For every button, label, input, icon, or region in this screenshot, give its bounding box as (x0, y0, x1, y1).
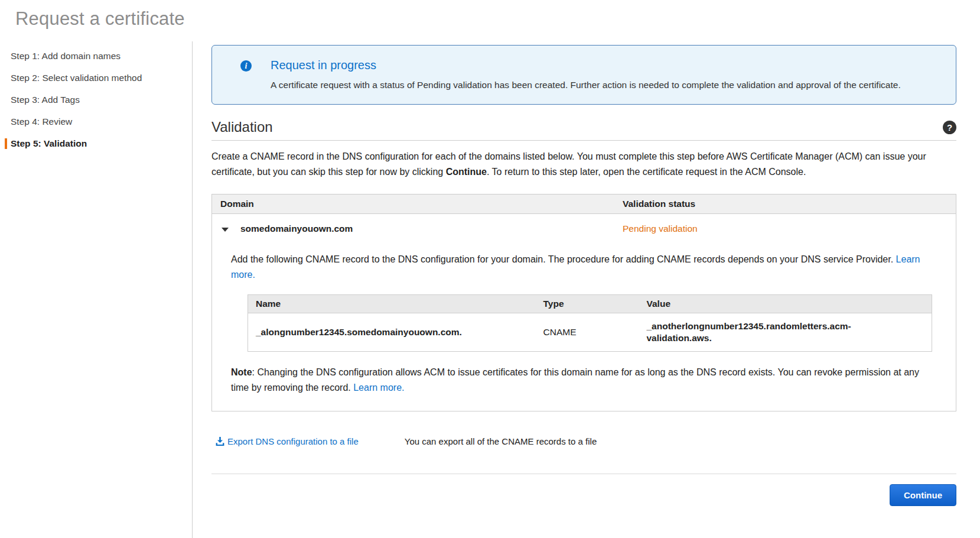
column-header-validation-status: Validation status (623, 199, 695, 209)
request-in-progress-banner: i Request in progress A certificate requ… (211, 45, 956, 105)
cname-type-cell: CNAME (536, 313, 639, 352)
validation-heading: Validation (211, 119, 273, 135)
cname-record-table: Name Type Value _alongnumber12345.somedo… (248, 294, 932, 352)
validation-section-header: Validation ? (211, 119, 956, 135)
domain-table-header: Domain Validation status (212, 195, 956, 214)
export-dns-link[interactable]: Export DNS configuration to a file (227, 436, 359, 446)
domain-validation-table: Domain Validation status somedomainyouow… (211, 194, 956, 411)
dns-note: Note: Changing the DNS configuration all… (231, 365, 932, 396)
sidebar-item-step-1[interactable]: Step 1: Add domain names (11, 51, 192, 61)
sidebar-item-step-3[interactable]: Step 3: Add Tags (11, 95, 192, 105)
wizard-steps-sidebar: Step 1: Add domain names Step 2: Select … (0, 41, 193, 538)
continue-button[interactable]: Continue (890, 484, 956, 506)
intro-continue-bold: Continue (446, 167, 487, 177)
note-label: Note (231, 367, 252, 377)
validation-intro-text: Create a CNAME record in the DNS configu… (211, 149, 956, 180)
domain-table-row: somedomainyouown.com Pending validation (212, 214, 956, 234)
domain-expanded-detail: Add the following CNAME record to the DN… (212, 234, 956, 411)
footer-divider (211, 474, 956, 474)
sidebar-item-step-5-active[interactable]: Step 5: Validation (5, 138, 192, 149)
column-header-value: Value (639, 295, 932, 313)
note-text: : Changing the DNS configuration allows … (231, 367, 919, 393)
learn-more-link-note[interactable]: Learn more. (353, 383, 404, 393)
cname-value-cell: _anotherlongnumber12345.randomletters.ac… (639, 313, 932, 352)
intro-text-2: . To return to this step later, open the… (487, 167, 806, 177)
cname-name-cell: _alongnumber12345.somedomainyouown.com. (248, 313, 536, 352)
cname-table-row: _alongnumber12345.somedomainyouown.com. … (248, 313, 932, 352)
info-icon: i (240, 60, 252, 72)
content-panel: i Request in progress A certificate requ… (193, 41, 980, 538)
validation-status-badge: Pending validation (623, 223, 698, 234)
cname-table-header-row: Name Type Value (248, 295, 932, 313)
export-dns-row: Export DNS configuration to a file You c… (211, 436, 956, 446)
sidebar-item-step-4[interactable]: Step 4: Review (11, 116, 192, 127)
download-icon[interactable] (215, 436, 225, 446)
export-description: You can export all of the CNAME records … (405, 436, 597, 446)
help-icon[interactable]: ? (943, 121, 956, 134)
column-header-domain: Domain (220, 199, 623, 209)
banner-title: Request in progress (271, 59, 901, 72)
cname-instruction: Add the following CNAME record to the DN… (231, 252, 932, 283)
chevron-down-icon[interactable] (222, 228, 229, 232)
section-divider (211, 140, 956, 141)
cname-value-text: _anotherlongnumber12345.randomletters.ac… (647, 320, 859, 344)
cname-instruction-text: Add the following CNAME record to the DN… (231, 254, 896, 264)
domain-name: somedomainyouown.com (240, 223, 353, 234)
domain-cell: somedomainyouown.com (220, 223, 623, 234)
banner-message: A certificate request with a status of P… (271, 78, 901, 92)
page-title: Request a certificate (15, 8, 980, 30)
banner-body: Request in progress A certificate reques… (271, 59, 901, 92)
column-header-type: Type (536, 295, 639, 313)
main-layout: Step 1: Add domain names Step 2: Select … (0, 41, 980, 538)
footer-actions: Continue (211, 484, 956, 506)
sidebar-item-step-2[interactable]: Step 2: Select validation method (11, 73, 192, 83)
column-header-name: Name (248, 295, 536, 313)
